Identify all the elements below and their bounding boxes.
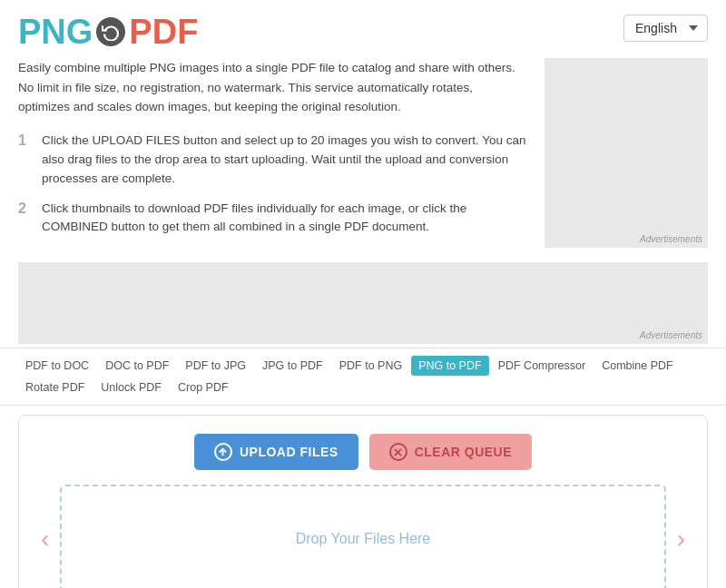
tab-doc-to-pdf[interactable]: DOC to PDF (98, 356, 176, 376)
logo-png: PNG (18, 15, 93, 49)
description-text: Easily combine multiple PNG images into … (18, 58, 526, 117)
next-arrow-button[interactable]: › (673, 524, 689, 554)
ad-label-banner: Advertisements (640, 330, 702, 340)
tab-pdf-to-doc[interactable]: PDF to DOC (18, 356, 96, 376)
logo-icon (96, 17, 125, 46)
tab-pdf-to-jpg[interactable]: PDF to JPG (178, 356, 253, 376)
content-area: Easily combine multiple PNG images into … (0, 58, 726, 248)
ad-label-right: Advertisements (640, 234, 702, 244)
tab-combine-pdf[interactable]: Combine PDF (594, 356, 681, 376)
drop-zone[interactable]: Drop Your Files Here (60, 485, 665, 588)
tab-pdf-compressor[interactable]: PDF Compressor (491, 356, 594, 376)
tab-pdf-to-png[interactable]: PDF to PNG (332, 356, 409, 376)
nav-tabs: PDF to DOC DOC to PDF PDF to JPG JPG to … (0, 348, 726, 406)
language-select[interactable]: English French German Spanish (623, 15, 708, 42)
upload-label: UPLOAD FILES (240, 445, 338, 459)
ad-banner: Advertisements (18, 262, 708, 344)
clear-icon (389, 443, 407, 461)
drop-zone-wrapper: ‹ Drop Your Files Here › (37, 485, 689, 588)
tab-crop-pdf[interactable]: Crop PDF (171, 377, 236, 397)
step-1-text: Click the UPLOAD FILES button and select… (42, 132, 526, 189)
upload-icon (214, 443, 232, 461)
step-2: 2 Click thumbnails to download PDF files… (18, 200, 526, 238)
drop-text: Drop Your Files Here (296, 531, 431, 547)
tool-buttons: UPLOAD FILES CLEAR QUEUE (37, 434, 689, 470)
prev-arrow-button[interactable]: ‹ (37, 524, 53, 554)
tab-png-to-pdf[interactable]: PNG to PDF (411, 356, 488, 376)
clear-label: CLEAR QUEUE (415, 445, 512, 459)
header: PNG PDF English French German Spanish (0, 0, 726, 58)
logo: PNG PDF (18, 15, 198, 49)
left-content: Easily combine multiple PNG images into … (18, 58, 526, 248)
step-2-number: 2 (18, 201, 33, 217)
step-1-number: 1 (18, 132, 33, 149)
tool-area: UPLOAD FILES CLEAR QUEUE ‹ Drop Your Fil… (18, 415, 708, 588)
tab-jpg-to-pdf[interactable]: JPG to PDF (255, 356, 330, 376)
logo-pdf: PDF (129, 15, 198, 49)
upload-button[interactable]: UPLOAD FILES (194, 434, 358, 470)
step-2-text: Click thumbnails to download PDF files i… (42, 200, 526, 238)
clear-button[interactable]: CLEAR QUEUE (369, 434, 532, 470)
tab-rotate-pdf[interactable]: Rotate PDF (18, 377, 92, 397)
tab-unlock-pdf[interactable]: Unlock PDF (93, 377, 169, 397)
ad-box-right: Advertisements (544, 58, 708, 248)
steps-list: 1 Click the UPLOAD FILES button and sele… (18, 132, 526, 238)
step-1: 1 Click the UPLOAD FILES button and sele… (18, 132, 526, 189)
